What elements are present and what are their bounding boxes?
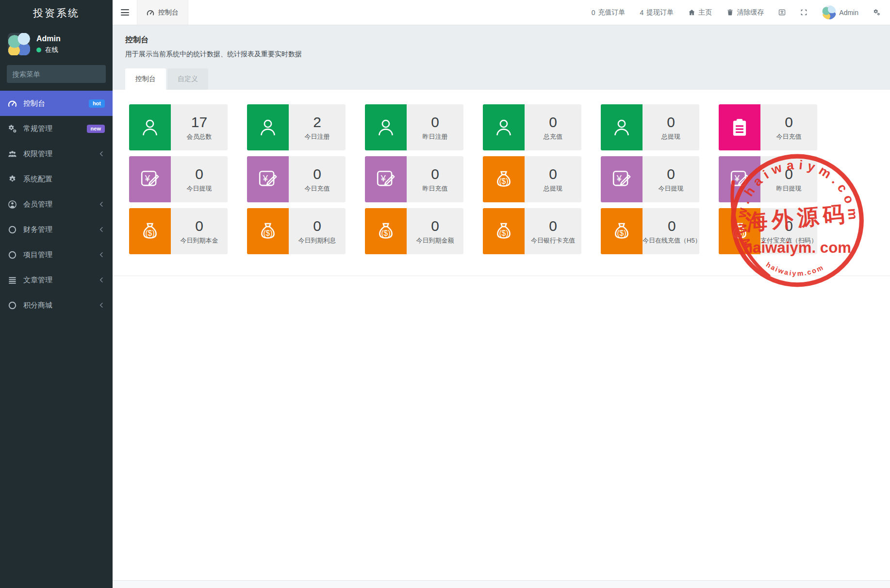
stat-label: 今日注册 [305, 132, 330, 141]
stat-card: 0 今日到期本金 [129, 208, 228, 254]
stat-label: 总提现 [544, 184, 562, 193]
navbar-tab-label: 控制台 [158, 8, 179, 17]
stat-label: 总充值 [544, 132, 562, 141]
stat-value: 17 [191, 114, 207, 131]
person-icon [376, 117, 396, 138]
chevron-left-icon [98, 251, 105, 258]
page-header: 控制台 用于展示当前系统中的统计数据、统计报表及重要实时数据 控制台 自定义 [113, 25, 890, 90]
yen-edit-icon [258, 169, 278, 190]
menu-item-label: 控制台 [23, 99, 45, 108]
language-button[interactable] [778, 9, 786, 16]
stat-card-icon-box [483, 156, 525, 202]
sidebar-toggle-button[interactable] [113, 0, 137, 25]
stat-card: 0 支付宝充值（扫码） [719, 208, 817, 254]
money-bag-icon [494, 169, 514, 190]
dashboard-icon [147, 9, 154, 16]
stat-card-icon-box [601, 104, 643, 150]
stat-value: 0 [785, 166, 793, 182]
stat-value: 0 [195, 218, 203, 234]
menu-item-label: 常规管理 [23, 124, 52, 133]
person-icon [611, 117, 632, 138]
stat-card-icon-box [365, 208, 407, 254]
admin-name: Admin [839, 9, 858, 16]
menu-item-label: 权限管理 [23, 149, 52, 159]
sidebar-item-permissions[interactable]: 权限管理 [0, 141, 113, 166]
withdraw-orders-link[interactable]: 4 提现订单 [640, 8, 674, 17]
stat-card: 0 今日银行卡充值 [483, 208, 581, 254]
home-link[interactable]: 主页 [688, 8, 712, 17]
trash-icon [726, 9, 734, 16]
page-description: 用于展示当前系统中的统计数据、统计报表及重要实时数据 [125, 50, 877, 59]
avatar [8, 33, 30, 55]
stat-value: 0 [313, 166, 321, 182]
stat-card-icon-box [129, 208, 171, 254]
chevron-left-icon [98, 201, 105, 208]
stat-card: 0 昨日提现 [719, 156, 817, 202]
navbar-tab-dashboard[interactable]: 控制台 [137, 0, 188, 25]
recharge-orders-label: 充值订单 [598, 8, 626, 17]
stat-label: 今日银行卡充值 [531, 236, 575, 245]
stat-value: 0 [549, 166, 557, 182]
home-icon [688, 9, 695, 16]
stat-card: 2 今日注册 [247, 104, 346, 150]
sidebar-item-members[interactable]: 会员管理 [0, 192, 113, 217]
settings-button[interactable] [873, 9, 880, 16]
search-input[interactable] [12, 70, 103, 78]
menu-item-label: 系统配置 [23, 175, 52, 184]
money-bag-icon [258, 221, 278, 242]
stat-card: 0 今日到期利息 [247, 208, 346, 254]
stat-card-icon-box [247, 156, 289, 202]
stat-label: 今日到期利息 [298, 236, 336, 245]
dashboard-icon [8, 99, 17, 108]
recharge-orders-link[interactable]: 0 充值订单 [592, 8, 626, 17]
money-bag-icon [140, 221, 160, 242]
stat-card-icon-box [601, 208, 643, 254]
gears-icon [8, 124, 17, 133]
menu-item-label: 财务管理 [23, 225, 52, 234]
sidebar-item-articles[interactable]: 文章管理 [0, 267, 113, 293]
fullscreen-button[interactable] [800, 9, 808, 16]
stat-card-icon-box [719, 208, 760, 254]
tab-dashboard[interactable]: 控制台 [125, 68, 166, 90]
online-status-dot [36, 48, 41, 52]
sidebar-item-dashboard[interactable]: 控制台 hot [0, 91, 113, 116]
sidebar-item-system-config[interactable]: 系统配置 [0, 166, 113, 192]
person-icon [140, 117, 160, 138]
money-bag-icon [376, 221, 396, 242]
stat-label: 昨日充值 [423, 184, 448, 193]
stat-label: 今日提现 [187, 184, 212, 193]
stat-label: 今日充值 [305, 184, 330, 193]
top-navbar: 控制台 0 充值订单 4 提现订单 主页 清除缓存 [113, 0, 890, 25]
tab-custom[interactable]: 自定义 [167, 68, 208, 90]
stat-card: 0 今日充值 [719, 104, 817, 150]
stat-card: 0 总提现 [601, 104, 699, 150]
sidebar-item-general[interactable]: 常规管理 new [0, 116, 113, 141]
menu-item-badge: new [87, 125, 105, 133]
stat-value: 0 [785, 114, 793, 131]
menu-item-label: 文章管理 [23, 276, 52, 285]
stat-label: 昨日提现 [776, 184, 802, 193]
stat-value: 0 [195, 166, 203, 182]
sidebar-item-projects[interactable]: 项目管理 [0, 242, 113, 267]
page-title: 控制台 [125, 35, 877, 45]
money-bag-icon [611, 221, 632, 242]
stat-label: 今日在线充值（H5） [643, 236, 699, 245]
menu-item-label: 积分商城 [23, 301, 52, 310]
sidebar-item-finance[interactable]: 财务管理 [0, 217, 113, 242]
app-logo[interactable]: 投资系统 [0, 0, 113, 26]
stat-label: 昨日注册 [423, 132, 448, 141]
chevron-left-icon [98, 226, 105, 233]
stat-value: 0 [667, 166, 675, 182]
stat-card-icon-box [719, 104, 760, 150]
chevron-left-icon [98, 302, 105, 309]
admin-user-menu[interactable]: Admin [822, 5, 858, 19]
stat-label: 会员总数 [187, 132, 212, 141]
stat-value: 0 [785, 218, 793, 234]
clipboard-icon [729, 117, 750, 138]
stat-card-icon-box [601, 156, 643, 202]
footer [113, 580, 890, 588]
clear-cache-link[interactable]: 清除缓存 [726, 8, 764, 17]
menu-item-badge: hot [89, 99, 105, 108]
sidebar-item-points-mall[interactable]: 积分商城 [0, 293, 113, 318]
withdraw-orders-label: 提现订单 [646, 8, 674, 17]
